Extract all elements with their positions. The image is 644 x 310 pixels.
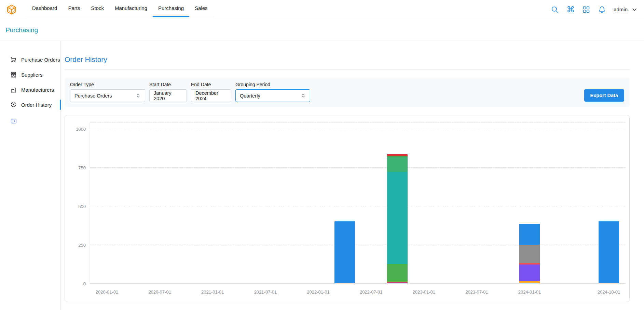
sidebar-item-purchase-orders[interactable]: Purchase Orders	[0, 52, 60, 67]
order-type-field: Order Type Purchase Orders	[70, 82, 145, 102]
gridline	[90, 245, 625, 245]
bar-segment	[599, 221, 619, 283]
sidebar-item-suppliers[interactable]: Suppliers	[0, 67, 60, 82]
scan-grid-icon[interactable]	[582, 5, 590, 14]
main-panel: Order History Order Type Purchase Orders…	[60, 41, 644, 310]
breadcrumb-page-title[interactable]: Purchasing	[5, 26, 38, 34]
end-date-field: End Date December 2024	[191, 82, 231, 102]
y-axis-tick-label: 0	[83, 281, 86, 286]
order-history-chart-card: 025050075010002020-01-012020-07-012021-0…	[65, 115, 630, 302]
page-title: Order History	[65, 55, 630, 64]
tab-dashboard[interactable]: Dashboard	[27, 0, 63, 17]
bar-segment	[387, 264, 408, 282]
bar-segment	[519, 281, 540, 283]
sidebar-item-label: Suppliers	[21, 72, 43, 78]
order-type-label: Order Type	[70, 82, 145, 87]
x-axis-tick-label: 2021-01-01	[201, 289, 224, 295]
collapse-sidebar-icon[interactable]	[10, 118, 17, 125]
username-label: admin	[614, 7, 628, 12]
chevron-down-icon	[631, 6, 638, 13]
shopping-cart-icon	[10, 56, 17, 63]
stacked-bar-2024-10-01[interactable]	[599, 221, 619, 283]
bar-segment	[387, 172, 408, 264]
building-store-icon	[10, 72, 17, 78]
main-nav-tabs: Dashboard Parts Stock Manufacturing Purc…	[25, 0, 215, 17]
stacked-bar-2022-10-01[interactable]	[387, 154, 408, 283]
start-date-field: Start Date January 2020	[149, 82, 187, 102]
start-date-value: January 2020	[154, 90, 182, 101]
bar-segment	[519, 224, 540, 245]
x-axis-tick-label: 2020-07-01	[148, 289, 171, 295]
chart-plot-area[interactable]: 025050075010002020-01-012020-07-012021-0…	[90, 123, 625, 284]
start-date-label: Start Date	[149, 82, 187, 87]
gridline	[90, 129, 625, 129]
command-palette-icon[interactable]: ⌘	[566, 5, 575, 14]
user-menu[interactable]: admin	[614, 6, 638, 13]
bar-segment	[387, 282, 408, 283]
y-axis-tick-label: 250	[78, 243, 86, 248]
export-data-button[interactable]: Export Data	[584, 89, 624, 102]
y-axis-tick-label: 1000	[76, 127, 86, 132]
top-navbar: Dashboard Parts Stock Manufacturing Purc…	[0, 0, 644, 19]
breadcrumb: Purchasing	[0, 19, 644, 41]
navbar-actions: ⌘ admin	[551, 5, 638, 14]
tab-stock[interactable]: Stock	[85, 0, 109, 17]
filter-panel: Order Type Purchase Orders Start Date Ja…	[65, 78, 630, 107]
x-axis-tick-label: 2022-01-01	[307, 289, 330, 295]
select-chevrons-icon	[136, 93, 141, 98]
stacked-bar-2022-04-01[interactable]	[334, 221, 355, 283]
y-axis-tick-label: 500	[78, 204, 86, 209]
sidebar-item-label: Order History	[21, 102, 52, 108]
gridline	[90, 283, 625, 284]
grouping-period-label: Grouping Period	[235, 82, 310, 87]
gridline	[90, 206, 625, 206]
y-axis-tick-label: 750	[78, 165, 86, 170]
grouping-period-field: Grouping Period Quarterly	[235, 82, 310, 102]
search-icon[interactable]	[551, 5, 559, 14]
factory-icon	[10, 87, 17, 93]
sidebar-item-label: Manufacturers	[21, 87, 54, 93]
gridline	[90, 122, 625, 123]
order-type-select[interactable]: Purchase Orders	[70, 89, 145, 102]
notifications-bell-icon[interactable]	[598, 5, 606, 14]
bar-segment	[387, 156, 408, 172]
title-divider	[65, 69, 630, 69]
x-axis-tick-label: 2020-01-01	[96, 289, 119, 295]
tab-sales[interactable]: Sales	[189, 0, 213, 17]
sidebar-item-order-history[interactable]: Order History	[0, 97, 60, 112]
sidebar-item-manufacturers[interactable]: Manufacturers	[0, 82, 60, 97]
sidebar-item-label: Purchase Orders	[21, 57, 60, 63]
select-chevrons-icon	[301, 93, 306, 98]
x-axis-tick-label: 2024-10-01	[598, 289, 620, 295]
grouping-period-value: Quarterly	[240, 93, 260, 99]
x-axis-tick-label: 2022-07-01	[360, 289, 383, 295]
tab-purchasing[interactable]: Purchasing	[153, 0, 189, 17]
grouping-period-select[interactable]: Quarterly	[235, 89, 310, 102]
bar-segment	[519, 264, 540, 281]
order-type-value: Purchase Orders	[74, 93, 112, 99]
end-date-label: End Date	[191, 82, 231, 87]
end-date-value: December 2024	[195, 90, 227, 101]
x-axis-tick-label: 2021-07-01	[254, 289, 277, 295]
x-axis-tick-label: 2023-01-01	[413, 289, 436, 295]
bar-segment	[334, 221, 355, 283]
start-date-input[interactable]: January 2020	[149, 89, 187, 102]
history-clock-icon	[10, 102, 17, 108]
x-axis-tick-label: 2023-07-01	[465, 289, 488, 295]
tab-parts[interactable]: Parts	[63, 0, 85, 17]
end-date-input[interactable]: December 2024	[191, 89, 231, 102]
app-logo[interactable]	[6, 4, 17, 15]
stacked-bar-2024-01-01[interactable]	[519, 224, 540, 283]
gridline	[90, 167, 625, 168]
tab-manufacturing[interactable]: Manufacturing	[109, 0, 153, 17]
x-axis-tick-label: 2024-01-01	[518, 289, 541, 295]
content-area: Purchase Orders Suppliers Manufacturers …	[0, 41, 644, 310]
sidebar: Purchase Orders Suppliers Manufacturers …	[0, 41, 60, 310]
bar-segment	[519, 245, 540, 263]
